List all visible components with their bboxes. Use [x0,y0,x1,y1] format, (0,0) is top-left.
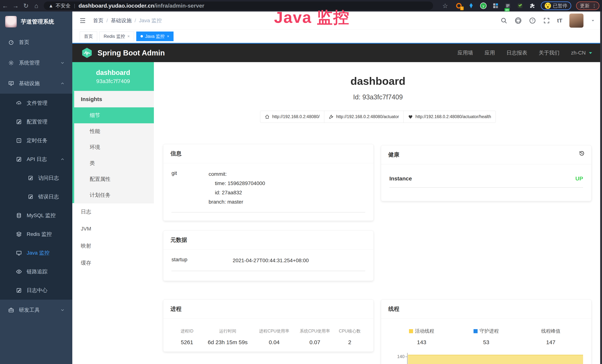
y-axis: 140 120 100 [389,353,407,364]
sidebar-item-jobs[interactable]: 定时任务 [0,131,72,150]
forward-icon[interactable]: → [10,0,21,11]
instance-links: http://192.168.0.2:48080/ http://192.168… [154,111,602,123]
page-scrollbar[interactable] [600,11,602,364]
sidebar-item-config[interactable]: 配置管理 [0,112,72,131]
actuator-url-button[interactable]: http://192.168.0.2:48080/actuator [324,111,404,123]
sidebar-item-api-log[interactable]: API 日志 [0,150,72,169]
sba-menu-jvm[interactable]: JVM [72,220,154,237]
close-icon[interactable]: × [167,34,169,39]
sidebar-item-label: Java 监控 [27,249,50,257]
sba-menu-scheduled-tasks[interactable]: 计划任务 [74,187,154,203]
sidebar-item-label: API 日志 [27,156,47,163]
sidebar-item-access-log[interactable]: 访问日志 [0,169,72,187]
chrome-update-button[interactable]: 更新 ⋮ [576,1,599,10]
sba-instance-header[interactable]: dashboard 93a3fc7f7409 [72,62,154,91]
help-icon[interactable]: ? [529,17,536,24]
sba-nav-about[interactable]: 关于我们 [539,49,559,56]
extension-sprout-icon[interactable] [516,2,524,10]
extensions-puzzle-icon[interactable] [528,2,536,10]
back-icon[interactable]: ← [0,0,10,11]
chevron-up-icon [60,157,65,162]
sidebar-item-label: Redis 监控 [27,231,52,238]
sidebar-item-tracing[interactable]: 链路追踪 [0,262,72,281]
sidebar-item-mysql[interactable]: MySQL 监控 [0,206,72,225]
sba-nav-applications[interactable]: 应用 [485,49,495,56]
sba-brand[interactable]: Spring Boot Admin [81,47,165,59]
bookmark-star-icon[interactable]: ☆ [440,0,450,11]
threads-chart: 140 120 100 [389,353,583,364]
extension-orange-icon[interactable]: 1 [455,2,462,10]
search-icon[interactable] [500,17,507,24]
app-logo[interactable]: 芋道管理系统 [0,11,72,32]
sidebar-item-infra[interactable]: 基础设施 [0,73,72,94]
browser-menu-icon[interactable]: ⋮ [592,3,597,9]
sidebar-item-redis[interactable]: Redis 监控 [0,225,72,244]
tab-redis-monitor[interactable]: Redis 监控 × [99,32,134,41]
col-header-pid: 进程ID [172,328,203,334]
paused-extension-pill[interactable]: 已暂停 [541,1,571,10]
sidebar-item-home[interactable]: 首页 [0,32,72,53]
sidebar-item-error-log[interactable]: 错误日志 [0,187,72,206]
sba-menu-metrics[interactable]: 性能 [74,123,154,139]
log-edit-icon [28,194,33,200]
home-icon[interactable]: ⌂ [31,0,42,11]
sidebar-item-java-monitor[interactable]: Java 监控 [0,244,72,262]
sidebar-item-label: MySQL 监控 [27,212,56,219]
font-size-icon[interactable]: tT [557,17,562,24]
annotation-java-monitor: Java 监控 [274,7,350,28]
user-avatar[interactable] [569,13,583,28]
value-system-cpu: 0.07 [296,339,334,345]
breadcrumb-current: Java 监控 [139,17,162,24]
history-icon[interactable] [579,150,585,157]
security-label[interactable]: 不安全 [56,2,71,9]
service-url-button[interactable]: http://192.168.0.2:48080/ [260,111,324,123]
sidebar-item-files[interactable]: 文件管理 [0,94,72,112]
gear-icon [8,60,14,66]
reload-icon[interactable]: ↻ [21,0,31,11]
close-icon[interactable]: × [127,34,130,39]
extension-badge: 1 [460,7,464,10]
sba-menu-mappings[interactable]: 映射 [72,237,154,254]
health-url-button[interactable]: http://192.168.0.2:48080/actuator/health [403,111,496,123]
sidebar-item-dev-tools[interactable]: 研发工具 [0,300,72,320]
sidebar-item-system[interactable]: 系统管理 [0,53,72,73]
breadcrumb-infra[interactable]: 基础设施 [111,17,132,24]
instance-name: dashboard [96,69,130,76]
sba-menu-environment[interactable]: 环境 [74,139,154,155]
status-badge: UP [575,175,583,182]
instance-id: 93a3fc7f7409 [96,78,130,84]
tab-home[interactable]: 首页 [80,32,97,41]
extension-on-icon[interactable]: on [504,2,512,10]
git-commit-info: commit: time: 1596289704000 id: 27aa832 … [209,170,265,207]
sba-menu-caches[interactable]: 缓存 [72,254,154,271]
sba-menu-details[interactable]: 细节 [74,107,154,123]
url-host[interactable]: dashboard.yudao.iocoder.cn [79,3,154,9]
sba-menu-config-props[interactable]: 配置属性 [74,171,154,187]
sba-language-select[interactable]: zh-CN [571,50,593,56]
url-path[interactable]: /infra/admin-server [154,3,204,9]
collapse-sidebar-icon[interactable] [79,17,86,24]
col-header-uptime: 运行时间 [203,328,253,334]
sba-nav-journal[interactable]: 日志报表 [506,49,527,56]
extension-grid-icon[interactable] [492,2,499,10]
tags-view-bar: 首页 Redis 监控 × Java 监控 × [72,30,602,43]
github-icon[interactable] [515,17,522,24]
sba-nav-wallboard[interactable]: 应用墙 [458,49,473,56]
cloud-upload-icon [16,100,22,106]
fullscreen-icon[interactable] [543,17,550,24]
chevron-up-icon [60,81,65,86]
extension-pin-icon[interactable] [467,2,475,10]
sba-menu-classes[interactable]: 类 [74,155,154,171]
extension-green-y-icon[interactable]: y [480,2,487,10]
sba-menu-logs[interactable]: 日志 [72,203,154,220]
chevron-down-icon [588,50,593,55]
avatar-caret-icon[interactable] [591,18,595,23]
tab-java-monitor[interactable]: Java 监控 × [136,32,173,41]
health-card: 健康 Instance UP [381,145,591,201]
divider [172,212,365,213]
url-bar[interactable]: ▲ 不安全 | dashboard.yudao.iocoder.cn /infr… [44,1,433,10]
svg-text:y: y [483,4,484,8]
breadcrumb-home[interactable]: 首页 [93,17,103,24]
sidebar-item-log-center[interactable]: 日志中心 [0,281,72,300]
sidebar-item-label: 定时任务 [27,137,47,144]
